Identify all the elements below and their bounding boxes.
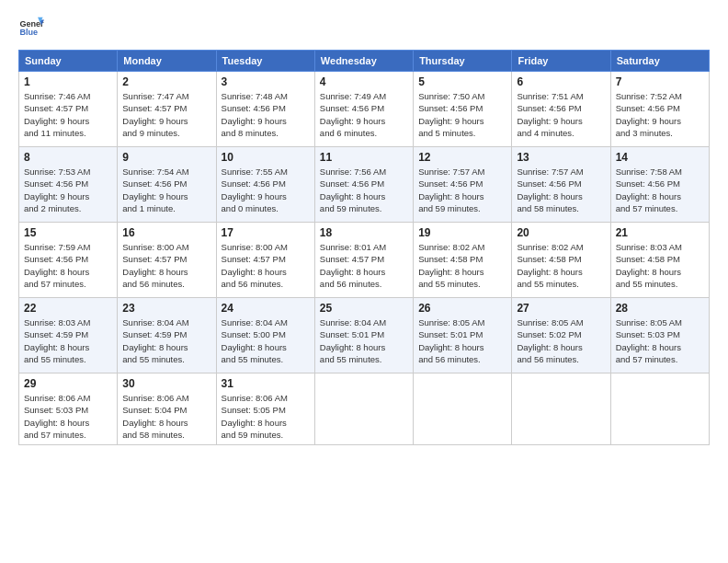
day-number: 28: [616, 302, 704, 315]
calendar-cell: 15Sunrise: 7:59 AM Sunset: 4:56 PM Dayli…: [19, 223, 118, 298]
header: General Blue: [18, 15, 710, 40]
day-info: Sunrise: 7:52 AM Sunset: 4:56 PM Dayligh…: [616, 90, 704, 139]
day-info: Sunrise: 7:54 AM Sunset: 4:56 PM Dayligh…: [122, 166, 210, 214]
day-info: Sunrise: 7:57 AM Sunset: 4:56 PM Dayligh…: [418, 166, 506, 214]
calendar-cell: 18Sunrise: 8:01 AM Sunset: 4:57 PM Dayli…: [314, 223, 413, 298]
day-info: Sunrise: 8:00 AM Sunset: 4:57 PM Dayligh…: [122, 241, 210, 290]
day-info: Sunrise: 8:00 AM Sunset: 4:57 PM Dayligh…: [222, 241, 310, 290]
calendar-cell: 17Sunrise: 8:00 AM Sunset: 4:57 PM Dayli…: [216, 223, 314, 298]
calendar-cell: 6Sunrise: 7:51 AM Sunset: 4:56 PM Daylig…: [512, 72, 610, 147]
calendar-cell: 12Sunrise: 7:57 AM Sunset: 4:56 PM Dayli…: [414, 147, 512, 223]
calendar-cell: 9Sunrise: 7:54 AM Sunset: 4:56 PM Daylig…: [118, 147, 216, 223]
day-info: Sunrise: 8:02 AM Sunset: 4:58 PM Dayligh…: [418, 241, 506, 290]
day-number: 1: [24, 75, 112, 88]
day-number: 18: [320, 226, 408, 239]
day-number: 29: [24, 377, 112, 390]
calendar-cell: 8Sunrise: 7:53 AM Sunset: 4:56 PM Daylig…: [19, 147, 118, 223]
day-number: 9: [122, 151, 210, 164]
day-number: 6: [517, 75, 605, 88]
day-number: 8: [24, 151, 112, 164]
day-info: Sunrise: 7:53 AM Sunset: 4:56 PM Dayligh…: [24, 166, 112, 214]
day-info: Sunrise: 8:05 AM Sunset: 5:02 PM Dayligh…: [517, 316, 605, 365]
day-info: Sunrise: 8:03 AM Sunset: 4:58 PM Dayligh…: [616, 241, 704, 290]
day-number: 2: [122, 75, 210, 88]
calendar-cell: 30Sunrise: 8:06 AM Sunset: 5:04 PM Dayli…: [118, 373, 216, 445]
day-info: Sunrise: 8:03 AM Sunset: 4:59 PM Dayligh…: [24, 316, 112, 365]
calendar-cell: 20Sunrise: 8:02 AM Sunset: 4:58 PM Dayli…: [512, 223, 610, 298]
logo: General Blue: [18, 15, 44, 40]
day-number: 15: [24, 226, 112, 239]
day-number: 3: [222, 75, 310, 88]
col-header-thursday: Thursday: [414, 51, 512, 72]
day-info: Sunrise: 8:04 AM Sunset: 5:00 PM Dayligh…: [222, 316, 310, 365]
calendar-cell: 19Sunrise: 8:02 AM Sunset: 4:58 PM Dayli…: [414, 223, 512, 298]
calendar-cell: [414, 373, 512, 445]
col-header-sunday: Sunday: [19, 51, 118, 72]
calendar-cell: 27Sunrise: 8:05 AM Sunset: 5:02 PM Dayli…: [512, 298, 610, 373]
day-number: 16: [122, 226, 210, 239]
calendar-cell: [512, 373, 610, 445]
day-number: 20: [517, 226, 605, 239]
day-number: 26: [418, 302, 506, 315]
calendar-cell: 1Sunrise: 7:46 AM Sunset: 4:57 PM Daylig…: [19, 72, 118, 147]
day-number: 21: [616, 226, 704, 239]
day-info: Sunrise: 8:06 AM Sunset: 5:04 PM Dayligh…: [122, 392, 210, 441]
calendar-cell: 7Sunrise: 7:52 AM Sunset: 4:56 PM Daylig…: [610, 72, 709, 147]
calendar-cell: 26Sunrise: 8:05 AM Sunset: 5:01 PM Dayli…: [414, 298, 512, 373]
calendar-cell: [314, 373, 413, 445]
day-number: 10: [222, 151, 310, 164]
calendar-table: SundayMondayTuesdayWednesdayThursdayFrid…: [18, 50, 710, 445]
day-info: Sunrise: 7:58 AM Sunset: 4:56 PM Dayligh…: [616, 166, 704, 214]
day-info: Sunrise: 7:51 AM Sunset: 4:56 PM Dayligh…: [517, 90, 605, 139]
calendar-cell: 5Sunrise: 7:50 AM Sunset: 4:56 PM Daylig…: [414, 72, 512, 147]
day-number: 7: [616, 75, 704, 88]
calendar-cell: 3Sunrise: 7:48 AM Sunset: 4:56 PM Daylig…: [216, 72, 314, 147]
day-info: Sunrise: 7:56 AM Sunset: 4:56 PM Dayligh…: [320, 166, 408, 214]
calendar-cell: 13Sunrise: 7:57 AM Sunset: 4:56 PM Dayli…: [512, 147, 610, 223]
day-info: Sunrise: 7:47 AM Sunset: 4:57 PM Dayligh…: [122, 90, 210, 139]
calendar-cell: 2Sunrise: 7:47 AM Sunset: 4:57 PM Daylig…: [118, 72, 216, 147]
day-info: Sunrise: 8:01 AM Sunset: 4:57 PM Dayligh…: [320, 241, 408, 290]
calendar-cell: 28Sunrise: 8:05 AM Sunset: 5:03 PM Dayli…: [610, 298, 709, 373]
day-info: Sunrise: 8:05 AM Sunset: 5:01 PM Dayligh…: [418, 316, 506, 365]
day-number: 14: [616, 151, 704, 164]
day-info: Sunrise: 8:06 AM Sunset: 5:03 PM Dayligh…: [24, 392, 112, 441]
day-number: 13: [517, 151, 605, 164]
day-number: 27: [517, 302, 605, 315]
day-info: Sunrise: 8:04 AM Sunset: 4:59 PM Dayligh…: [122, 316, 210, 365]
day-info: Sunrise: 7:50 AM Sunset: 4:56 PM Dayligh…: [418, 90, 506, 139]
calendar-cell: 22Sunrise: 8:03 AM Sunset: 4:59 PM Dayli…: [19, 298, 118, 373]
day-number: 22: [24, 302, 112, 315]
day-number: 4: [320, 75, 408, 88]
day-info: Sunrise: 7:55 AM Sunset: 4:56 PM Dayligh…: [222, 166, 310, 214]
day-info: Sunrise: 8:06 AM Sunset: 5:05 PM Dayligh…: [222, 392, 310, 441]
day-number: 23: [122, 302, 210, 315]
calendar-cell: 29Sunrise: 8:06 AM Sunset: 5:03 PM Dayli…: [19, 373, 118, 445]
calendar-cell: 24Sunrise: 8:04 AM Sunset: 5:00 PM Dayli…: [216, 298, 314, 373]
day-number: 17: [222, 226, 310, 239]
calendar-cell: 23Sunrise: 8:04 AM Sunset: 4:59 PM Dayli…: [118, 298, 216, 373]
day-number: 19: [418, 226, 506, 239]
calendar-cell: 21Sunrise: 8:03 AM Sunset: 4:58 PM Dayli…: [610, 223, 709, 298]
day-number: 25: [320, 302, 408, 315]
day-info: Sunrise: 8:05 AM Sunset: 5:03 PM Dayligh…: [616, 316, 704, 365]
day-number: 11: [320, 151, 408, 164]
calendar-cell: 11Sunrise: 7:56 AM Sunset: 4:56 PM Dayli…: [314, 147, 413, 223]
calendar-cell: 10Sunrise: 7:55 AM Sunset: 4:56 PM Dayli…: [216, 147, 314, 223]
day-info: Sunrise: 8:02 AM Sunset: 4:58 PM Dayligh…: [517, 241, 605, 290]
day-info: Sunrise: 7:59 AM Sunset: 4:56 PM Dayligh…: [24, 241, 112, 290]
day-info: Sunrise: 8:04 AM Sunset: 5:01 PM Dayligh…: [320, 316, 408, 365]
logo-icon: General Blue: [18, 15, 44, 40]
col-header-wednesday: Wednesday: [314, 51, 413, 72]
calendar-cell: 4Sunrise: 7:49 AM Sunset: 4:56 PM Daylig…: [314, 72, 413, 147]
col-header-friday: Friday: [512, 51, 610, 72]
day-info: Sunrise: 7:48 AM Sunset: 4:56 PM Dayligh…: [222, 90, 310, 139]
day-number: 24: [222, 302, 310, 315]
day-info: Sunrise: 7:46 AM Sunset: 4:57 PM Dayligh…: [24, 90, 112, 139]
page: General Blue SundayMondayTuesdayWednesda…: [0, 0, 728, 563]
calendar-cell: [610, 373, 709, 445]
day-number: 5: [418, 75, 506, 88]
day-info: Sunrise: 7:49 AM Sunset: 4:56 PM Dayligh…: [320, 90, 408, 139]
col-header-tuesday: Tuesday: [216, 51, 314, 72]
day-number: 30: [122, 377, 210, 390]
